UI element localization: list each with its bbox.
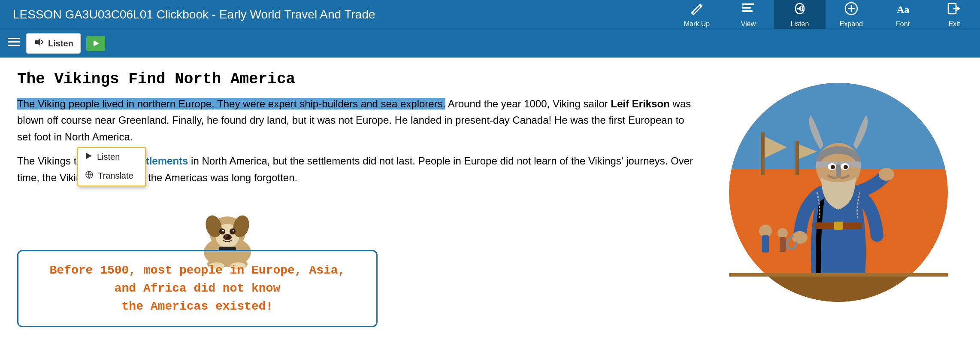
highlighted-text: The Viking people lived in northern Euro… <box>17 98 445 110</box>
exit-icon <box>947 1 962 18</box>
view-button[interactable]: View <box>723 0 774 29</box>
info-line2: the Americas existed! <box>122 300 273 313</box>
leif-erikson-name: Leif Erikson <box>611 98 670 110</box>
translate-menu-icon <box>85 170 94 181</box>
play-menu-icon <box>85 152 93 162</box>
svg-rect-3 <box>742 10 753 12</box>
viking-illustration <box>727 81 950 330</box>
svg-rect-38 <box>761 132 765 175</box>
svg-point-26 <box>222 230 224 231</box>
svg-marker-16 <box>86 153 92 159</box>
hamburger-button[interactable] <box>7 35 21 52</box>
page-heading: The Vikings Find North America <box>17 70 697 88</box>
svg-rect-13 <box>8 45 20 46</box>
svg-rect-57 <box>780 237 786 252</box>
listen-toolbar-label: Listen <box>48 39 73 49</box>
svg-rect-12 <box>8 41 20 43</box>
paragraph-1: The Viking people lived in northern Euro… <box>17 96 697 145</box>
font-icon: Aa <box>895 1 910 18</box>
svg-rect-55 <box>762 235 769 253</box>
p1-plain2: Around the year 1000, Viking sailor <box>448 98 611 110</box>
context-menu: Listen Translate <box>77 147 146 186</box>
svg-point-28 <box>223 234 232 240</box>
listen-toolbar-button[interactable]: Listen <box>26 33 81 54</box>
info-box-text: Before 1500, most people in Europe, Asia… <box>36 262 359 316</box>
speaker-icon <box>33 37 45 50</box>
context-translate-label: Translate <box>98 171 133 181</box>
exit-button[interactable]: Exit <box>929 0 980 29</box>
svg-marker-14 <box>35 38 40 46</box>
svg-point-27 <box>233 230 234 231</box>
svg-point-44 <box>792 231 808 244</box>
svg-text:)): )) <box>802 5 804 9</box>
second-toolbar: Listen <box>0 29 980 58</box>
listen-nav-label: Listen <box>791 20 809 28</box>
font-label: Font <box>896 20 910 28</box>
svg-point-24 <box>219 228 225 234</box>
main-content: The Vikings Find North America The Vikin… <box>0 58 980 353</box>
svg-text:Aa: Aa <box>897 4 909 15</box>
svg-rect-2 <box>742 7 751 9</box>
context-listen-item[interactable]: Listen <box>78 148 145 166</box>
svg-point-53 <box>844 165 848 169</box>
expand-label: Expand <box>840 20 863 28</box>
svg-rect-1 <box>742 3 754 5</box>
expand-icon <box>844 1 859 18</box>
listen-nav-button[interactable]: )) Listen <box>774 0 826 29</box>
svg-point-29 <box>225 235 228 237</box>
lesson-title: LESSON GA3U03C06L01 Clickbook - Early Wo… <box>0 8 671 21</box>
image-area <box>714 70 963 340</box>
top-navigation: LESSON GA3U03C06L01 Clickbook - Early Wo… <box>0 0 980 29</box>
svg-marker-15 <box>94 40 99 46</box>
exit-label: Exit <box>949 20 960 28</box>
view-label: View <box>741 20 756 28</box>
markup-label: Mark Up <box>684 20 710 28</box>
svg-point-52 <box>831 165 835 169</box>
expand-button[interactable]: Expand <box>826 0 877 29</box>
nav-button-group: Mark Up View )) <box>671 0 980 29</box>
info-box: Before 1500, most people in Europe, Asia… <box>17 250 378 327</box>
svg-point-56 <box>777 228 788 238</box>
svg-rect-43 <box>834 222 843 230</box>
play-button[interactable] <box>86 36 105 51</box>
svg-point-45 <box>879 168 894 181</box>
context-translate-item[interactable]: Translate <box>78 166 145 186</box>
text-area: The Vikings Find North America The Vikin… <box>17 70 697 340</box>
context-listen-label: Listen <box>97 152 120 162</box>
svg-rect-49 <box>836 164 841 176</box>
svg-rect-59 <box>729 273 948 277</box>
listen-nav-icon: )) <box>792 1 808 18</box>
font-button[interactable]: Aa Font <box>877 0 929 29</box>
svg-point-25 <box>230 228 236 234</box>
svg-rect-11 <box>8 38 20 39</box>
markup-button[interactable]: Mark Up <box>671 0 723 29</box>
info-line1: Before 1500, most people in Europe, Asia… <box>50 264 345 295</box>
markup-icon <box>689 1 705 18</box>
svg-rect-40 <box>795 141 799 175</box>
svg-rect-58 <box>729 274 948 328</box>
view-icon <box>741 1 756 18</box>
